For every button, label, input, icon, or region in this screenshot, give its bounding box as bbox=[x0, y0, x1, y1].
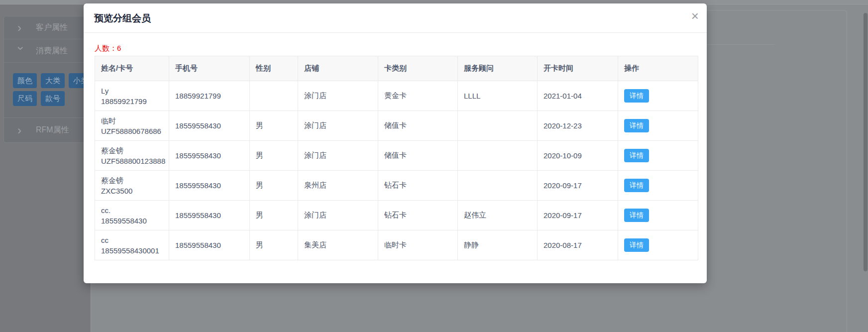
cell-advisor: 静静 bbox=[458, 230, 538, 260]
cell-phone: 18559558430 bbox=[169, 230, 250, 260]
cell-gender: 男 bbox=[250, 141, 298, 171]
member-card-no: UZF58880678686 bbox=[101, 126, 169, 136]
cell-advisor bbox=[458, 141, 538, 171]
cell-advisor: LLLL bbox=[458, 81, 538, 111]
detail-button[interactable]: 详情 bbox=[624, 238, 649, 252]
chevron-right-icon: › bbox=[17, 22, 24, 34]
tag-size[interactable]: 尺码 bbox=[13, 91, 37, 106]
cell-open-date: 2020-09-17 bbox=[538, 201, 618, 230]
cell-open-date: 2020-08-17 bbox=[538, 230, 618, 260]
member-count: 人数：6 bbox=[95, 43, 696, 54]
cell-name-card: 蔡金镑 ZXC3500 bbox=[95, 171, 169, 201]
table-row: 蔡金镑 ZXC3500 18559558430 男 泉州店 钻石卡 2020-0… bbox=[95, 171, 698, 201]
chevron-right-icon: › bbox=[17, 124, 24, 136]
table-row: cc 18559558430001 18559558430 男 集美店 临时卡 … bbox=[95, 230, 698, 260]
cell-phone: 18559558430 bbox=[169, 111, 250, 141]
cell-store: 集美店 bbox=[298, 230, 378, 260]
dialog-body: 人数：6 姓名/卡号 手机号 性别 店铺 卡类别 服务顾问 开卡时间 操 bbox=[84, 33, 707, 260]
detail-button[interactable]: 详情 bbox=[624, 209, 649, 222]
table-row: cc. 18559558430 18559558430 男 涂门店 钻石卡 赵伟… bbox=[95, 201, 698, 230]
cell-store: 涂门店 bbox=[298, 111, 378, 141]
cell-name-card: cc 18559558430001 bbox=[95, 230, 169, 260]
dialog-header: 预览分组会员 × bbox=[84, 3, 707, 33]
col-header-advisor: 服务顾问 bbox=[458, 56, 538, 81]
cell-gender: 男 bbox=[250, 230, 298, 260]
cell-actions: 详情 bbox=[618, 81, 698, 111]
cell-actions: 详情 bbox=[618, 230, 698, 260]
cell-gender: 男 bbox=[250, 111, 298, 141]
cell-name-card: 临时 UZF58880678686 bbox=[95, 111, 169, 141]
member-name: cc. bbox=[101, 205, 169, 216]
collapse-label: RFM属性 bbox=[36, 125, 69, 135]
tag-major-category[interactable]: 大类 bbox=[41, 73, 65, 88]
col-header-gender: 性别 bbox=[250, 56, 298, 81]
member-count-value: 6 bbox=[117, 44, 121, 52]
cell-actions: 详情 bbox=[618, 171, 698, 201]
cell-actions: 详情 bbox=[618, 201, 698, 230]
table-header-row: 姓名/卡号 手机号 性别 店铺 卡类别 服务顾问 开卡时间 操作 bbox=[95, 56, 698, 81]
table-row: 临时 UZF58880678686 18559558430 男 涂门店 储值卡 … bbox=[95, 111, 698, 141]
col-header-open-date: 开卡时间 bbox=[538, 56, 618, 81]
preview-group-members-dialog: 预览分组会员 × 人数：6 姓名/卡号 手机号 性别 店铺 卡类别 服务顾问 bbox=[84, 3, 707, 283]
chevron-down-icon: › bbox=[15, 46, 27, 53]
cell-name-card: Ly 18859921799 bbox=[95, 81, 169, 111]
members-table: 姓名/卡号 手机号 性别 店铺 卡类别 服务顾问 开卡时间 操作 Ly bbox=[95, 56, 698, 260]
tag-style-number[interactable]: 款号 bbox=[41, 91, 65, 106]
table-row: 蔡金镑 UZF588800123888 18559558430 男 涂门店 储值… bbox=[95, 141, 698, 171]
member-card-no: UZF588800123888 bbox=[101, 156, 169, 166]
col-header-card-type: 卡类别 bbox=[378, 56, 458, 81]
member-card-no: ZXC3500 bbox=[101, 186, 169, 196]
cell-card-type: 钻石卡 bbox=[378, 171, 458, 201]
cell-store: 涂门店 bbox=[298, 141, 378, 171]
cell-card-type: 钻石卡 bbox=[378, 201, 458, 230]
cell-gender: 男 bbox=[250, 201, 298, 230]
member-count-label: 人数： bbox=[95, 44, 117, 52]
cell-store: 泉州店 bbox=[298, 171, 378, 201]
collapse-label: 客户属性 bbox=[36, 22, 68, 33]
table-row: Ly 18859921799 18859921799 涂门店 黄金卡 LLLL … bbox=[95, 81, 698, 111]
close-icon[interactable]: × bbox=[691, 9, 699, 22]
cell-gender bbox=[250, 81, 298, 111]
cell-open-date: 2020-10-09 bbox=[538, 141, 618, 171]
collapse-label: 消费属性 bbox=[36, 46, 68, 56]
page-scrollbar[interactable] bbox=[864, 13, 868, 271]
detail-button[interactable]: 详情 bbox=[624, 89, 649, 103]
cell-name-card: cc. 18559558430 bbox=[95, 201, 169, 230]
cell-open-date: 2020-09-17 bbox=[538, 171, 618, 201]
page-background: › 客户属性 › 消费属性 颜色 大类 小类 尺码 款号 › RFM属性 预览分… bbox=[0, 0, 868, 332]
tag-color[interactable]: 颜色 bbox=[13, 73, 37, 88]
detail-button[interactable]: 详情 bbox=[624, 149, 649, 162]
cell-actions: 详情 bbox=[618, 141, 698, 171]
cell-advisor bbox=[458, 111, 538, 141]
member-card-no: 18559558430001 bbox=[101, 245, 169, 256]
cell-store: 涂门店 bbox=[298, 81, 378, 111]
cell-store: 涂门店 bbox=[298, 201, 378, 230]
cell-phone: 18859921799 bbox=[169, 81, 250, 111]
cell-advisor: 赵伟立 bbox=[458, 201, 538, 230]
cell-phone: 18559558430 bbox=[169, 141, 250, 171]
cell-advisor bbox=[458, 171, 538, 201]
member-card-no: 18559558430 bbox=[101, 216, 169, 226]
cell-phone: 18559558430 bbox=[169, 171, 250, 201]
member-name: cc bbox=[101, 235, 169, 245]
col-header-actions: 操作 bbox=[618, 56, 698, 81]
cell-actions: 详情 bbox=[618, 111, 698, 141]
cell-card-type: 黄金卡 bbox=[378, 81, 458, 111]
cell-phone: 18559558430 bbox=[169, 201, 250, 230]
member-name: Ly bbox=[101, 86, 169, 96]
col-header-phone: 手机号 bbox=[169, 56, 250, 81]
dialog-title: 预览分组会员 bbox=[94, 12, 151, 25]
member-name: 临时 bbox=[101, 115, 169, 126]
cell-card-type: 临时卡 bbox=[378, 230, 458, 260]
cell-name-card: 蔡金镑 UZF588800123888 bbox=[95, 141, 169, 171]
detail-button[interactable]: 详情 bbox=[624, 179, 649, 192]
cell-open-date: 2020-12-23 bbox=[538, 111, 618, 141]
col-header-name-card: 姓名/卡号 bbox=[95, 56, 169, 81]
member-name: 蔡金镑 bbox=[101, 175, 169, 186]
member-name: 蔡金镑 bbox=[101, 145, 169, 156]
cell-card-type: 储值卡 bbox=[378, 111, 458, 141]
col-header-store: 店铺 bbox=[298, 56, 378, 81]
cell-open-date: 2021-01-04 bbox=[538, 81, 618, 111]
detail-button[interactable]: 详情 bbox=[624, 119, 649, 132]
member-card-no: 18859921799 bbox=[101, 96, 169, 107]
